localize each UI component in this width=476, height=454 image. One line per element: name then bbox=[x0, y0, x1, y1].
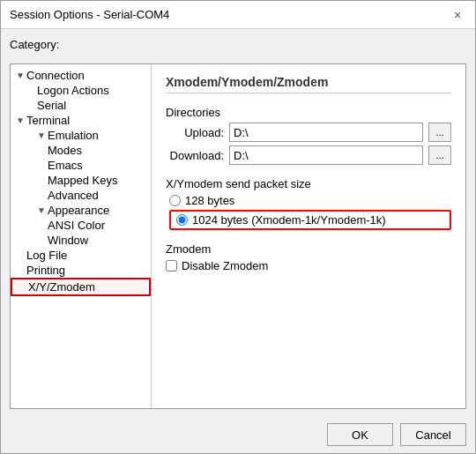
sidebar-item-label: Emulation bbox=[48, 129, 99, 142]
download-row: Download: ... bbox=[166, 145, 451, 165]
radio-128-label: 128 bytes bbox=[185, 194, 234, 207]
dialog: Session Options - Serial-COM4 × Category… bbox=[0, 0, 476, 454]
sidebar-item-emacs[interactable]: Emacs bbox=[11, 158, 151, 173]
sidebar-item-logon-actions[interactable]: Logon Actions bbox=[11, 83, 151, 98]
zmodem-label: Zmodem bbox=[166, 242, 451, 256]
sidebar-item-modes[interactable]: Modes bbox=[11, 143, 151, 158]
radio-128-bytes[interactable] bbox=[169, 195, 181, 206]
close-button[interactable]: × bbox=[449, 6, 466, 24]
sidebar-item-printing[interactable]: Printing bbox=[11, 263, 151, 278]
download-label: Download: bbox=[166, 149, 224, 162]
sidebar-item-label: Logon Actions bbox=[37, 84, 109, 97]
send-packet-label: X/Ymodem send packet size bbox=[166, 177, 451, 190]
sidebar-item-label: Modes bbox=[48, 144, 82, 157]
sidebar-item-mapped-keys[interactable]: Mapped Keys bbox=[11, 173, 151, 188]
radio-1024-bytes[interactable] bbox=[176, 214, 188, 226]
sidebar-item-serial[interactable]: Serial bbox=[11, 98, 151, 113]
upload-input[interactable] bbox=[229, 123, 423, 142]
upload-row: Upload: ... bbox=[166, 123, 451, 142]
sidebar-item-ansi-color[interactable]: ANSI Color bbox=[11, 218, 151, 233]
sidebar-item-label: X/Y/Zmodem bbox=[28, 280, 95, 294]
sidebar-item-label: Mapped Keys bbox=[48, 174, 118, 187]
sidebar-item-label: ANSI Color bbox=[48, 219, 105, 232]
sidebar-item-log-file[interactable]: Log File bbox=[11, 248, 151, 263]
directories-label: Directories bbox=[166, 106, 451, 119]
dialog-footer: OK Cancel bbox=[1, 418, 475, 453]
sidebar-item-label: Connection bbox=[26, 69, 85, 82]
sidebar: ▼ Connection Logon Actions Serial ▼ Term… bbox=[11, 64, 152, 408]
panel-title: Xmodem/Ymodem/Zmodem bbox=[166, 75, 451, 93]
category-label: Category: bbox=[10, 38, 466, 51]
chevron-down-icon: ▼ bbox=[37, 205, 48, 215]
cancel-button[interactable]: Cancel bbox=[400, 423, 466, 446]
sidebar-item-appearance[interactable]: ▼ Appearance bbox=[11, 203, 151, 218]
title-bar: Session Options - Serial-COM4 × bbox=[1, 1, 475, 29]
disable-zmodem-row: Disable Zmodem bbox=[166, 259, 451, 272]
dialog-title: Session Options - Serial-COM4 bbox=[10, 8, 169, 21]
dialog-body: Category: ▼ Connection Logon Actions Ser… bbox=[1, 29, 475, 418]
sidebar-item-label: Serial bbox=[37, 99, 66, 112]
radio-1024-label: 1024 bytes (Xmodem-1k/Ymodem-1k) bbox=[192, 213, 386, 227]
disable-zmodem-checkbox[interactable] bbox=[166, 260, 177, 272]
sidebar-item-connection[interactable]: ▼ Connection bbox=[11, 68, 151, 83]
chevron-down-icon: ▼ bbox=[16, 71, 26, 80]
upload-browse-button[interactable]: ... bbox=[428, 123, 451, 142]
sidebar-item-advanced[interactable]: Advanced bbox=[11, 188, 151, 203]
upload-label: Upload: bbox=[166, 126, 224, 139]
content-area: ▼ Connection Logon Actions Serial ▼ Term… bbox=[10, 63, 466, 409]
sidebar-item-label: Log File bbox=[26, 249, 67, 262]
download-input[interactable] bbox=[229, 145, 423, 165]
download-browse-button[interactable]: ... bbox=[428, 145, 451, 165]
sidebar-item-label: Emacs bbox=[48, 159, 83, 172]
sidebar-item-label: Terminal bbox=[26, 114, 70, 127]
chevron-down-icon: ▼ bbox=[16, 115, 26, 125]
zmodem-section: Zmodem Disable Zmodem bbox=[166, 242, 451, 272]
radio-group: 128 bytes 1024 bytes (Xmodem-1k/Ymodem-1… bbox=[169, 194, 451, 230]
sidebar-item-label: Window bbox=[48, 234, 88, 247]
send-packet-section: X/Ymodem send packet size 128 bytes 1024… bbox=[166, 177, 451, 230]
sidebar-item-window[interactable]: Window bbox=[11, 233, 151, 248]
sidebar-item-label: Appearance bbox=[48, 204, 109, 217]
radio-128-row: 128 bytes bbox=[169, 194, 451, 207]
radio-1024-highlighted: 1024 bytes (Xmodem-1k/Ymodem-1k) bbox=[169, 210, 451, 230]
disable-zmodem-label: Disable Zmodem bbox=[182, 259, 268, 272]
sidebar-item-label: Advanced bbox=[48, 189, 99, 202]
sidebar-item-terminal[interactable]: ▼ Terminal bbox=[11, 113, 151, 128]
directories-section: Directories Upload: ... Download: ... bbox=[166, 106, 451, 168]
ok-button[interactable]: OK bbox=[327, 423, 393, 446]
main-panel: Xmodem/Ymodem/Zmodem Directories Upload:… bbox=[152, 64, 465, 408]
chevron-down-icon: ▼ bbox=[37, 130, 48, 140]
sidebar-item-label: Printing bbox=[26, 264, 65, 277]
sidebar-item-emulation[interactable]: ▼ Emulation bbox=[11, 128, 151, 143]
sidebar-item-xy-zmodem[interactable]: X/Y/Zmodem bbox=[11, 278, 151, 296]
